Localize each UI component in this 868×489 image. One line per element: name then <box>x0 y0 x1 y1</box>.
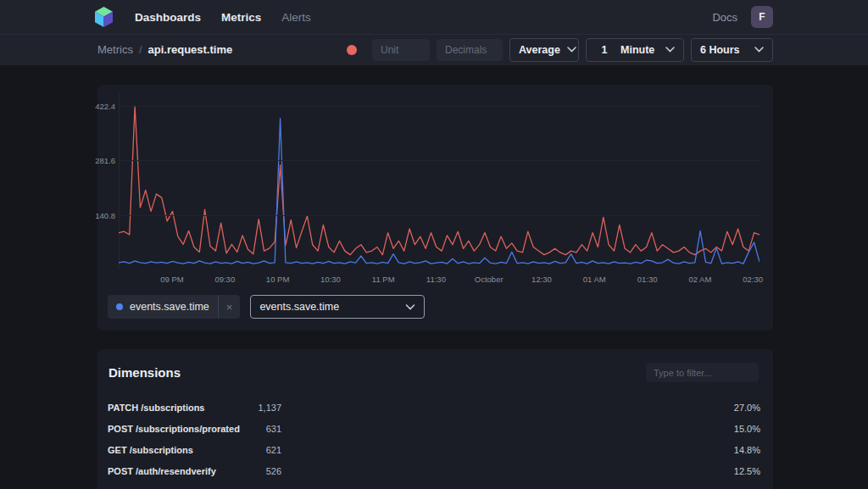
dimension-bar <box>298 405 704 410</box>
nav-item-alerts[interactable]: Alerts <box>281 11 311 24</box>
x-axis-tick: 01:30 <box>637 275 658 284</box>
sub-header: Metrics / api.request.time Average 1 Min… <box>0 35 868 64</box>
nav-row: Dashboards Metrics Alerts Docs F <box>0 0 868 35</box>
dimension-row[interactable]: POST /subscriptions/prorated 631 15.0% <box>97 418 773 439</box>
dimension-percent: 27.0% <box>713 403 760 413</box>
timeseries-chart: 140.8281.6422.409 PM09:3010 PM10:3011 PM… <box>119 93 760 270</box>
docs-link[interactable]: Docs <box>712 11 737 24</box>
x-axis-tick: 11 PM <box>372 275 395 284</box>
remove-series-icon[interactable]: × <box>218 295 241 319</box>
top-bar: Dashboards Metrics Alerts Docs F Metrics… <box>0 0 868 65</box>
chart-card: 140.8281.6422.409 PM09:3010 PM10:3011 PM… <box>97 85 773 331</box>
chevron-down-icon <box>405 304 415 310</box>
dimensions-title: Dimensions <box>108 365 181 380</box>
dimension-row[interactable]: POST /auth/resetpassword 391 9.3% <box>97 481 773 489</box>
x-axis-tick: 01 AM <box>583 275 606 284</box>
dimensions-filter-input[interactable] <box>646 363 759 382</box>
gridline <box>119 106 760 107</box>
x-axis-tick: 10:30 <box>320 275 341 284</box>
dimension-percent: 12.5% <box>713 466 760 476</box>
series-color-swatch[interactable] <box>347 45 357 55</box>
x-axis-tick: 12:30 <box>531 275 552 284</box>
series-row: events.save.time × events.save.time <box>108 295 425 319</box>
aggregation-select[interactable]: Average <box>509 38 579 62</box>
dimension-bar <box>298 447 704 453</box>
dimension-row[interactable]: GET /subscriptions 621 14.8% <box>97 439 773 460</box>
nav-item-metrics[interactable]: Metrics <box>221 11 261 24</box>
chevron-down-icon <box>665 47 675 53</box>
dimensions-table: PATCH /subscriptions 1,137 27.0% POST /s… <box>97 397 773 489</box>
dimension-percent: 15.0% <box>713 424 760 434</box>
time-range-select[interactable]: 6 Hours <box>691 38 773 62</box>
aggregation-value: Average <box>519 44 560 56</box>
breadcrumb-separator: / <box>139 43 142 56</box>
dimension-bar <box>298 426 704 431</box>
y-axis-tick: 281.6 <box>81 156 115 165</box>
user-avatar[interactable]: F <box>751 6 773 28</box>
gridline <box>119 215 760 216</box>
breadcrumb-section[interactable]: Metrics <box>97 43 133 56</box>
breadcrumb-current: api.request.time <box>148 43 233 56</box>
interval-value: 1 <box>595 44 614 56</box>
y-axis-tick: 422.4 <box>81 102 115 111</box>
main-nav: Dashboards Metrics Alerts <box>135 11 311 24</box>
dimension-count: 526 <box>242 466 281 476</box>
interval-select[interactable]: 1 Minute <box>586 38 684 62</box>
dimension-bar <box>298 469 704 474</box>
x-axis-tick: 10 PM <box>266 275 289 284</box>
x-axis-tick: 02 AM <box>688 275 711 284</box>
dimension-label: GET /subscriptions <box>108 445 235 455</box>
dimension-row[interactable]: PATCH /subscriptions 1,137 27.0% <box>97 397 773 418</box>
series-metric-value: events.save.time <box>259 301 339 313</box>
dimension-label: PATCH /subscriptions <box>108 403 235 413</box>
dimension-label: POST /subscriptions/prorated <box>108 424 235 434</box>
dimension-count: 621 <box>242 445 281 455</box>
nav-item-dashboards[interactable]: Dashboards <box>135 11 201 24</box>
x-axis-tick: 02:30 <box>743 275 763 284</box>
dimension-count: 631 <box>242 424 281 434</box>
dimensions-header: Dimensions <box>97 349 773 382</box>
breadcrumb: Metrics / api.request.time <box>97 43 232 56</box>
interval-unit: Minute <box>620 44 654 56</box>
series-metric-select[interactable]: events.save.time <box>250 295 425 319</box>
metric-toolbar: Average 1 Minute 6 Hours <box>347 38 773 62</box>
chevron-down-icon <box>754 47 764 53</box>
unit-input[interactable] <box>372 39 430 61</box>
dimension-row[interactable]: POST /auth/resendverify 526 12.5% <box>97 460 773 481</box>
series-dot-icon <box>116 303 123 310</box>
dimension-label: POST /auth/resendverify <box>108 466 235 476</box>
time-range-value: 6 Hours <box>700 44 740 56</box>
app-logo-icon[interactable] <box>93 6 114 28</box>
x-axis-tick: 09:30 <box>214 275 235 284</box>
decimals-input[interactable] <box>437 39 503 61</box>
nav-right: Docs F <box>712 6 773 28</box>
y-axis-tick: 140.8 <box>81 211 115 220</box>
series-tag-label: events.save.time <box>130 301 218 313</box>
chevron-down-icon <box>567 47 576 53</box>
x-axis-tick: 11:30 <box>426 275 446 284</box>
x-axis-tick: 09 PM <box>160 275 183 284</box>
x-axis-tick: October <box>475 275 504 284</box>
chart-svg <box>119 93 760 270</box>
series-tag: events.save.time × <box>108 295 240 319</box>
dimensions-card: Dimensions PATCH /subscriptions 1,137 27… <box>97 349 773 489</box>
gridline <box>119 160 760 161</box>
dimension-count: 1,137 <box>242 403 281 413</box>
dimension-percent: 14.8% <box>713 445 760 455</box>
